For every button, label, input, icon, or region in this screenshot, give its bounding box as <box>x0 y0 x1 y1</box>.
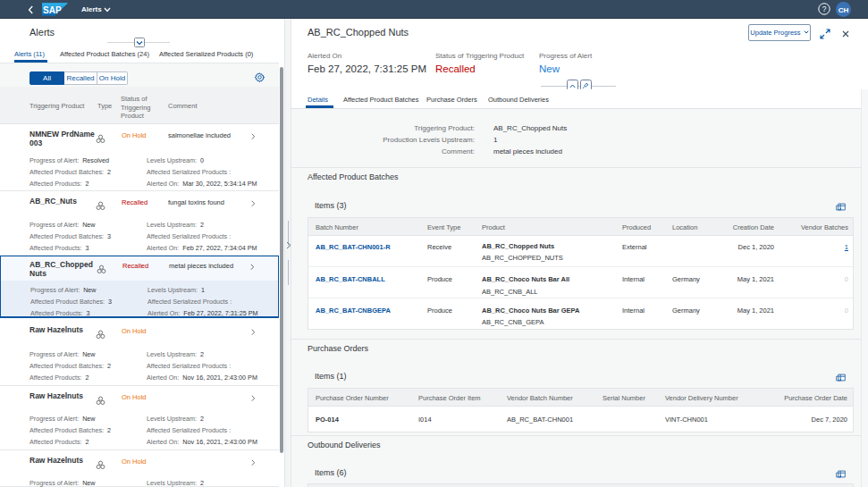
svg-text:CH: CH <box>839 6 849 14</box>
svg-text:?: ? <box>822 4 827 13</box>
svg-text:SAP: SAP <box>43 4 62 14</box>
